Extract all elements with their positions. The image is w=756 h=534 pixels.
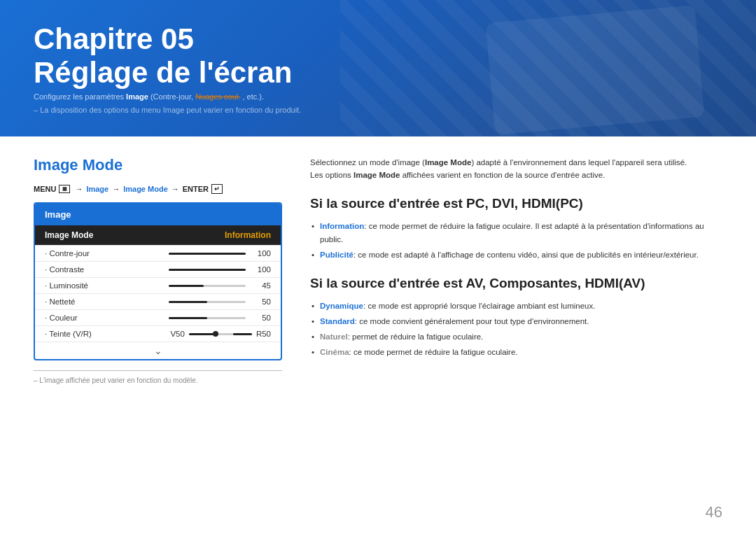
page-number: 46 — [706, 503, 722, 521]
chapter-line2: Réglage de l'écran — [34, 56, 292, 90]
slider-item: · Contre-jour 100 — [35, 245, 281, 261]
chapter-line1: Chapitre 05 — [34, 22, 292, 56]
section1-bullets: Information: ce mode permet de réduire l… — [310, 220, 722, 262]
list-item: Cinéma: ce mode permet de réduire la fat… — [310, 346, 722, 359]
panel-chevron: ⌄ — [35, 342, 281, 359]
slider-container: 45 — [108, 281, 271, 290]
slider-track — [169, 285, 246, 287]
panel-header: Image — [35, 204, 281, 225]
slider-item: · Netteté 50 — [35, 293, 281, 309]
slider-container: 100 — [108, 249, 271, 258]
item-label: · Netteté — [45, 297, 108, 306]
intro-line1: Sélectionnez un mode d'image (Image Mode… — [310, 156, 722, 169]
section1-title: Si la source d'entrée est PC, DVI, HDMI(… — [310, 196, 722, 211]
slider-container: 50 — [108, 314, 271, 322]
item-label: · Luminosité — [45, 281, 108, 290]
config-line: Configurez les paramètres Image (Contre-… — [34, 91, 301, 103]
item-value: 100 — [251, 249, 271, 258]
slider-track — [169, 301, 246, 303]
menu-icon: ▦ — [59, 185, 70, 193]
section2-title: Si la source d'entrée est AV, Composante… — [310, 276, 722, 291]
teinte-slider: V50 R50 — [170, 330, 271, 338]
panel-selected-label: Image Mode — [45, 230, 93, 240]
slider-fill — [169, 301, 207, 303]
left-footer: – L'image affichée peut varier en foncti… — [34, 370, 282, 384]
item-label: · Contraste — [45, 265, 108, 274]
slider-container: 50 — [108, 297, 271, 306]
slider-fill — [169, 269, 246, 271]
intro-line2: Les options Image Mode affichées varient… — [310, 169, 722, 181]
image-panel: Image Image Mode Information · Contre-jo… — [34, 202, 282, 360]
list-item: Naturel: permet de réduire la fatigue oc… — [310, 330, 722, 344]
left-column: Image Mode MENU ▦ → Image → Image Mode →… — [34, 156, 282, 384]
item-value: 50 — [251, 297, 271, 306]
list-item: Information: ce mode permet de réduire l… — [310, 220, 722, 246]
slider-item: · Couleur 50 — [35, 309, 281, 325]
section2-bullets: Dynamique: ce mode est approprié lorsque… — [310, 300, 722, 359]
slider-item: · Contraste 100 — [35, 261, 281, 277]
slider-track — [169, 317, 246, 319]
item-value: 50 — [251, 314, 271, 322]
item-value: 100 — [251, 265, 271, 274]
slider-fill — [169, 317, 207, 319]
teinte-right-value: R50 — [256, 330, 271, 338]
image-mode-title: Image Mode — [34, 156, 282, 174]
menu-path: MENU ▦ → Image → Image Mode → ENTER ↵ — [34, 184, 282, 194]
panel-selected-row: Image Mode Information — [35, 225, 281, 245]
slider-track — [169, 269, 246, 271]
item-label: · Contre-jour — [45, 249, 108, 258]
panel-selected-value: Information — [225, 230, 271, 240]
header-note: – La disposition des options du menu Ima… — [34, 104, 301, 116]
slider-item: · Luminosité 45 — [35, 277, 281, 293]
slider-container: 100 — [108, 265, 271, 274]
header-banner: Chapitre 05 Réglage de l'écran Configure… — [0, 0, 756, 136]
teinte-label: · Teinte (V/R) — [45, 330, 92, 338]
intro-text: Sélectionnez un mode d'image (Image Mode… — [310, 156, 722, 182]
item-label: · Couleur — [45, 314, 108, 322]
slider-fill — [169, 253, 246, 255]
list-item: Dynamique: ce mode est approprié lorsque… — [310, 300, 722, 313]
header-title: Chapitre 05 Réglage de l'écran — [34, 22, 292, 90]
footnote: – L'image affichée peut varier en foncti… — [34, 377, 282, 384]
list-item: Standard: ce mode convient généralement … — [310, 315, 722, 328]
list-item: Publicité: ce mode est adapté à l'affich… — [310, 248, 722, 262]
right-column: Sélectionnez un mode d'image (Image Mode… — [310, 156, 722, 384]
slider-fill — [169, 285, 204, 287]
enter-icon: ↵ — [211, 184, 223, 194]
teinte-left-value: V50 — [170, 330, 184, 338]
teinte-track — [189, 333, 252, 335]
main-content: Image Mode MENU ▦ → Image → Image Mode →… — [0, 136, 756, 401]
item-value: 45 — [251, 281, 271, 290]
slider-track — [169, 253, 246, 255]
teinte-row: · Teinte (V/R) V50 R50 — [35, 325, 281, 342]
slider-items: · Contre-jour 100 · Contraste 100 · Lumi… — [35, 245, 281, 325]
